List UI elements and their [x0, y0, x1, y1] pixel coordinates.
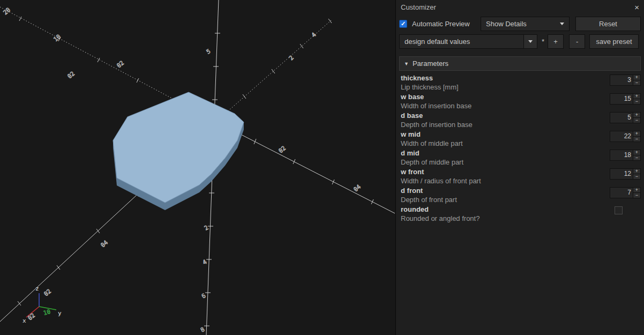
- param-stepper: +−: [633, 169, 640, 179]
- axis-label: 02: [278, 145, 288, 154]
- parameter-description: Width / radius of front part: [401, 177, 639, 186]
- parameter-name: d base: [401, 111, 639, 121]
- 3d-scene: 201002025240204040202246810zxy: [0, 0, 395, 335]
- param-value: 12: [610, 169, 633, 179]
- decrement-button[interactable]: −: [633, 136, 640, 142]
- axis-label: 2: [203, 224, 209, 232]
- param-stepper: +−: [633, 94, 640, 104]
- parameters-title: Parameters: [413, 59, 448, 68]
- decrement-button[interactable]: −: [633, 80, 640, 85]
- param-spinbox[interactable]: 7+−: [610, 187, 641, 198]
- parameter-row: roundedRounded or angled front?: [396, 205, 644, 224]
- param-spinbox[interactable]: 3+−: [610, 75, 641, 86]
- axis-label: 02: [43, 288, 53, 297]
- parameter-name: w front: [401, 168, 639, 177]
- parameter-row: thicknessLip thickness [mm]3+−: [396, 73, 644, 92]
- parameter-row: w baseWidth of insertion base15+−: [396, 92, 644, 111]
- increment-button[interactable]: +: [633, 75, 640, 80]
- axis-label: 10: [53, 33, 63, 43]
- chevron-down-icon: [560, 23, 564, 25]
- param-spinbox[interactable]: 15+−: [610, 93, 641, 105]
- save-preset-button[interactable]: save preset: [589, 34, 639, 49]
- 3d-viewport[interactable]: 201002025240204040202246810zxy: [0, 0, 395, 335]
- openscad-window: 201002025240204040202246810zxy Customize…: [0, 0, 644, 335]
- parameter-list: thicknessLip thickness [mm]3+−w baseWidt…: [396, 73, 644, 224]
- param-value: 5: [610, 113, 633, 123]
- parameter-row: w frontWidth / radius of front part12+−: [396, 167, 644, 186]
- chevron-down-icon: [528, 40, 533, 43]
- decrement-button[interactable]: −: [633, 99, 640, 104]
- increment-button[interactable]: +: [633, 94, 640, 99]
- collapse-triangle-icon: ▼: [404, 61, 409, 66]
- parameter-name: thickness: [401, 74, 639, 83]
- axis-label: 6: [200, 292, 207, 300]
- details-dropdown-value: Show Details: [486, 20, 527, 28]
- parameter-description: Depth of insertion base: [401, 121, 639, 130]
- axis-label: 4: [310, 31, 318, 39]
- preset-combo[interactable]: design default values: [399, 34, 537, 49]
- increment-button[interactable]: +: [633, 188, 640, 192]
- decrement-button[interactable]: −: [633, 117, 640, 123]
- customizer-panel: Customizer × ✓ Automatic Preview Show De…: [395, 0, 644, 335]
- param-spinbox[interactable]: 12+−: [610, 168, 641, 180]
- automatic-preview-checkbox[interactable]: ✓: [399, 20, 407, 28]
- param-stepper: +−: [633, 75, 640, 85]
- parameter-name: w base: [401, 93, 639, 102]
- param-spinbox[interactable]: 5+−: [610, 112, 641, 123]
- parameters-section-header[interactable]: ▼ Parameters: [399, 56, 641, 71]
- preset-combo-value: design default values: [400, 35, 523, 48]
- parameter-description: Rounded or angled front?: [401, 214, 639, 224]
- increment-button[interactable]: +: [633, 113, 640, 117]
- model-top-face: [113, 92, 244, 203]
- axis-label: 20: [2, 6, 12, 16]
- parameter-description: Width of middle part: [401, 139, 639, 148]
- add-preset-button[interactable]: +: [548, 34, 564, 49]
- remove-preset-button[interactable]: -: [569, 34, 585, 49]
- parameter-name: d mid: [401, 149, 639, 158]
- parameter-row: d midDepth of middle part18+−: [396, 148, 644, 167]
- axis-label: 8: [199, 326, 206, 334]
- axis-label: 10: [42, 308, 51, 317]
- parameter-description: Lip thickness [mm]: [401, 83, 639, 92]
- param-value: 3: [610, 75, 633, 85]
- parameter-name: d front: [401, 187, 639, 196]
- preset-row: design default values * + - save preset: [399, 34, 641, 49]
- reset-button[interactable]: Reset: [575, 17, 641, 31]
- decrement-button[interactable]: −: [633, 174, 640, 179]
- parameter-name: rounded: [401, 205, 639, 214]
- preview-row: ✓ Automatic Preview Show Details Reset: [399, 16, 641, 32]
- param-stepper: +−: [633, 188, 640, 198]
- parameter-row: d baseDepth of insertion base5+−: [396, 111, 644, 130]
- 3d-model[interactable]: [113, 92, 244, 210]
- decrement-button[interactable]: −: [633, 192, 640, 198]
- param-spinbox[interactable]: 18+−: [610, 150, 641, 161]
- decrement-button[interactable]: −: [633, 155, 640, 160]
- increment-button[interactable]: +: [633, 169, 640, 174]
- parameter-description: Depth of front part: [401, 196, 639, 205]
- check-icon: ✓: [401, 21, 406, 27]
- param-value: 15: [610, 94, 633, 104]
- axis-label: 2: [288, 54, 295, 62]
- preset-combo-arrow[interactable]: [523, 35, 537, 48]
- parameter-name: w mid: [401, 130, 639, 139]
- increment-button[interactable]: +: [633, 150, 640, 155]
- param-value: 22: [610, 131, 633, 142]
- axis-label: 02: [66, 70, 77, 80]
- param-checkbox[interactable]: [615, 206, 623, 214]
- param-spinbox[interactable]: 22+−: [610, 131, 641, 142]
- details-dropdown[interactable]: Show Details: [481, 17, 570, 31]
- param-value: 18: [610, 150, 633, 160]
- customizer-header: Customizer ×: [396, 0, 644, 14]
- parameter-description: Depth of middle part: [401, 158, 639, 167]
- param-stepper: +−: [633, 131, 640, 142]
- axis-label: 04: [353, 183, 363, 193]
- panel-title: Customizer: [401, 3, 436, 11]
- increment-button[interactable]: +: [633, 131, 640, 136]
- parameter-description: Width of insertion base: [401, 102, 639, 111]
- automatic-preview-label: Automatic Preview: [412, 20, 470, 28]
- axis-label: 04: [100, 239, 110, 249]
- close-icon[interactable]: ×: [634, 3, 639, 11]
- axis-label: y: [58, 310, 62, 317]
- param-stepper: +−: [633, 113, 640, 123]
- axis-label: z: [35, 285, 39, 292]
